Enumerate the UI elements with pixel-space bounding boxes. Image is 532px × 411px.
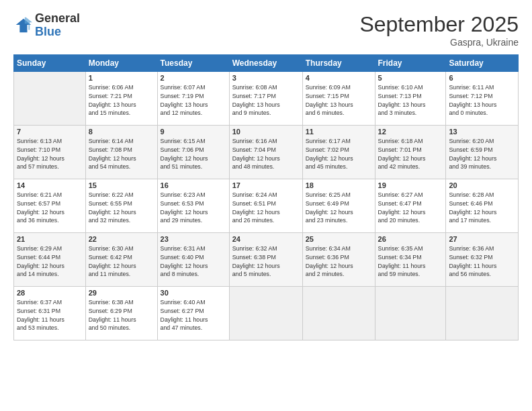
day-number: 17 (232, 181, 300, 189)
table-row: 9Sunrise: 6:15 AMSunset: 7:06 PMDaylight… (157, 126, 229, 179)
col-thursday: Thursday (302, 55, 375, 72)
day-info: Sunrise: 6:31 AMSunset: 6:40 PMDaylight:… (161, 244, 226, 279)
logo: General Blue (13, 12, 80, 39)
day-info: Sunrise: 6:38 AMSunset: 6:29 PMDaylight:… (89, 298, 154, 332)
table-row: 19Sunrise: 6:27 AMSunset: 6:47 PMDayligh… (375, 179, 446, 233)
day-number: 29 (89, 289, 154, 297)
table-row: 4Sunrise: 6:09 AMSunset: 7:15 PMDaylight… (302, 72, 375, 126)
title-block: September 2025 Gaspra, Ukraine (359, 12, 519, 48)
day-info: Sunrise: 6:35 AMSunset: 6:34 PMDaylight:… (378, 244, 443, 279)
day-info: Sunrise: 6:25 AMSunset: 6:49 PMDaylight:… (306, 191, 372, 225)
table-row: 1Sunrise: 6:06 AMSunset: 7:21 PMDaylight… (85, 72, 157, 126)
day-number: 27 (449, 235, 515, 243)
day-number: 9 (161, 128, 226, 136)
table-row: 7Sunrise: 6:13 AMSunset: 7:10 PMDaylight… (14, 126, 86, 179)
calendar-week-row: 14Sunrise: 6:21 AMSunset: 6:57 PMDayligh… (14, 179, 519, 233)
day-info: Sunrise: 6:32 AMSunset: 6:38 PMDaylight:… (232, 244, 300, 279)
day-number: 21 (17, 235, 83, 243)
table-row: 17Sunrise: 6:24 AMSunset: 6:51 PMDayligh… (229, 179, 302, 233)
table-row: 21Sunrise: 6:29 AMSunset: 6:44 PMDayligh… (14, 233, 86, 287)
day-number: 15 (89, 181, 154, 189)
table-row: 29Sunrise: 6:38 AMSunset: 6:29 PMDayligh… (85, 287, 157, 340)
day-info: Sunrise: 6:08 AMSunset: 7:17 PMDaylight:… (232, 83, 300, 118)
calendar-week-row: 7Sunrise: 6:13 AMSunset: 7:10 PMDaylight… (14, 126, 519, 179)
day-number: 22 (89, 235, 154, 243)
day-info: Sunrise: 6:06 AMSunset: 7:21 PMDaylight:… (89, 83, 154, 118)
day-number: 2 (161, 74, 226, 82)
day-info: Sunrise: 6:21 AMSunset: 6:57 PMDaylight:… (17, 191, 83, 225)
day-info: Sunrise: 6:11 AMSunset: 7:12 PMDaylight:… (449, 83, 515, 118)
day-number: 5 (378, 74, 443, 82)
logo-text: General Blue (35, 12, 80, 39)
day-info: Sunrise: 6:40 AMSunset: 6:27 PMDaylight:… (161, 298, 226, 332)
table-row: 13Sunrise: 6:20 AMSunset: 6:59 PMDayligh… (446, 126, 519, 179)
day-info: Sunrise: 6:14 AMSunset: 7:08 PMDaylight:… (89, 137, 154, 171)
table-row: 3Sunrise: 6:08 AMSunset: 7:17 PMDaylight… (229, 72, 302, 126)
day-info: Sunrise: 6:18 AMSunset: 7:01 PMDaylight:… (378, 137, 443, 171)
calendar-header-row: Sunday Monday Tuesday Wednesday Thursday… (14, 55, 519, 72)
day-number: 28 (17, 289, 83, 297)
calendar: Sunday Monday Tuesday Wednesday Thursday… (13, 54, 519, 340)
day-number: 25 (306, 235, 372, 243)
day-info: Sunrise: 6:29 AMSunset: 6:44 PMDaylight:… (17, 244, 83, 279)
day-info: Sunrise: 6:24 AMSunset: 6:51 PMDaylight:… (232, 191, 300, 225)
day-number: 26 (378, 235, 443, 243)
table-row (14, 72, 86, 126)
day-info: Sunrise: 6:28 AMSunset: 6:46 PMDaylight:… (449, 191, 515, 225)
day-info: Sunrise: 6:07 AMSunset: 7:19 PMDaylight:… (161, 83, 226, 118)
day-number: 20 (449, 181, 515, 189)
day-info: Sunrise: 6:20 AMSunset: 6:59 PMDaylight:… (449, 137, 515, 171)
table-row: 11Sunrise: 6:17 AMSunset: 7:02 PMDayligh… (302, 126, 375, 179)
table-row: 6Sunrise: 6:11 AMSunset: 7:12 PMDaylight… (446, 72, 519, 126)
day-number: 19 (378, 181, 443, 189)
col-tuesday: Tuesday (157, 55, 229, 72)
logo-icon (13, 16, 32, 35)
calendar-week-row: 21Sunrise: 6:29 AMSunset: 6:44 PMDayligh… (14, 233, 519, 287)
day-info: Sunrise: 6:37 AMSunset: 6:31 PMDaylight:… (17, 298, 83, 332)
day-info: Sunrise: 6:13 AMSunset: 7:10 PMDaylight:… (17, 137, 83, 171)
col-sunday: Sunday (14, 55, 86, 72)
day-info: Sunrise: 6:16 AMSunset: 7:04 PMDaylight:… (232, 137, 300, 171)
table-row: 24Sunrise: 6:32 AMSunset: 6:38 PMDayligh… (229, 233, 302, 287)
day-info: Sunrise: 6:17 AMSunset: 7:02 PMDaylight:… (306, 137, 372, 171)
header: General Blue September 2025 Gaspra, Ukra… (13, 12, 519, 48)
day-number: 6 (449, 74, 515, 82)
day-number: 14 (17, 181, 83, 189)
table-row: 2Sunrise: 6:07 AMSunset: 7:19 PMDaylight… (157, 72, 229, 126)
day-info: Sunrise: 6:09 AMSunset: 7:15 PMDaylight:… (306, 83, 372, 118)
day-info: Sunrise: 6:22 AMSunset: 6:55 PMDaylight:… (89, 191, 154, 225)
calendar-week-row: 1Sunrise: 6:06 AMSunset: 7:21 PMDaylight… (14, 72, 519, 126)
day-number: 30 (161, 289, 226, 297)
day-number: 12 (378, 128, 443, 136)
day-number: 23 (161, 235, 226, 243)
table-row: 28Sunrise: 6:37 AMSunset: 6:31 PMDayligh… (14, 287, 86, 340)
table-row (446, 287, 519, 340)
day-info: Sunrise: 6:34 AMSunset: 6:36 PMDaylight:… (306, 244, 372, 279)
table-row: 30Sunrise: 6:40 AMSunset: 6:27 PMDayligh… (157, 287, 229, 340)
table-row: 27Sunrise: 6:36 AMSunset: 6:32 PMDayligh… (446, 233, 519, 287)
day-number: 18 (306, 181, 372, 189)
page: General Blue September 2025 Gaspra, Ukra… (0, 0, 532, 411)
table-row: 22Sunrise: 6:30 AMSunset: 6:42 PMDayligh… (85, 233, 157, 287)
table-row (302, 287, 375, 340)
table-row: 26Sunrise: 6:35 AMSunset: 6:34 PMDayligh… (375, 233, 446, 287)
col-wednesday: Wednesday (229, 55, 302, 72)
calendar-week-row: 28Sunrise: 6:37 AMSunset: 6:31 PMDayligh… (14, 287, 519, 340)
col-saturday: Saturday (446, 55, 519, 72)
day-number: 4 (306, 74, 372, 82)
table-row: 20Sunrise: 6:28 AMSunset: 6:46 PMDayligh… (446, 179, 519, 233)
table-row: 16Sunrise: 6:23 AMSunset: 6:53 PMDayligh… (157, 179, 229, 233)
day-number: 8 (89, 128, 154, 136)
table-row: 25Sunrise: 6:34 AMSunset: 6:36 PMDayligh… (302, 233, 375, 287)
day-number: 7 (17, 128, 83, 136)
month-title: September 2025 (359, 12, 519, 37)
table-row (229, 287, 302, 340)
day-info: Sunrise: 6:36 AMSunset: 6:32 PMDaylight:… (449, 244, 515, 279)
day-number: 11 (306, 128, 372, 136)
table-row (375, 287, 446, 340)
table-row: 23Sunrise: 6:31 AMSunset: 6:40 PMDayligh… (157, 233, 229, 287)
col-monday: Monday (85, 55, 157, 72)
day-info: Sunrise: 6:15 AMSunset: 7:06 PMDaylight:… (161, 137, 226, 171)
day-number: 13 (449, 128, 515, 136)
day-info: Sunrise: 6:30 AMSunset: 6:42 PMDaylight:… (89, 244, 154, 279)
